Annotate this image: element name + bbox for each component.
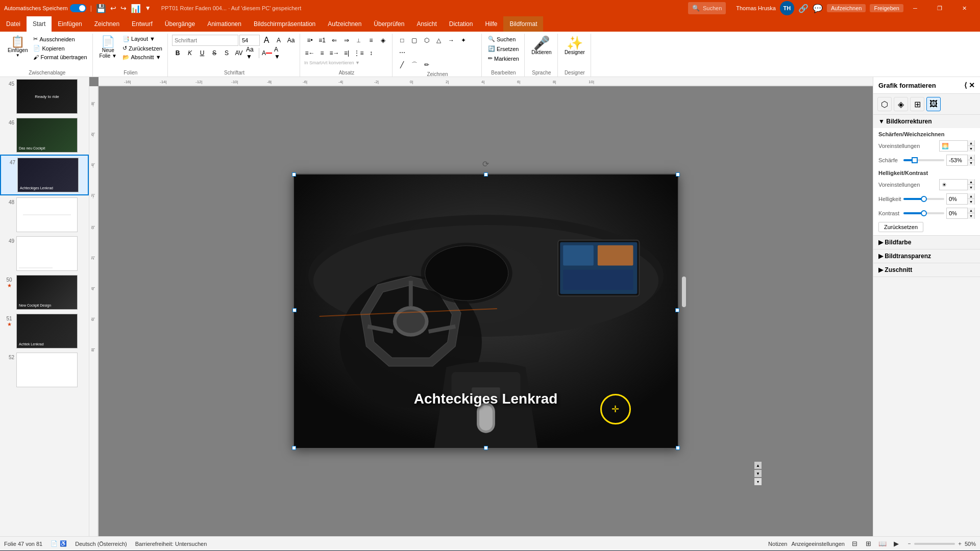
font-color-button[interactable]: A [261, 47, 273, 59]
markieren-button[interactable]: ✏ Markieren [486, 54, 521, 63]
zoom-slider[interactable] [914, 543, 955, 545]
smartart-button[interactable]: ◈ [378, 35, 389, 46]
present-btn[interactable]: Aufzeichnen [827, 4, 866, 12]
handle-bottom-right[interactable] [676, 446, 680, 450]
indent-decrease-button[interactable]: ⇐ [329, 35, 340, 46]
autosave-pill[interactable] [70, 4, 86, 12]
slide-item-45[interactable]: 45 Ready to ride [0, 77, 89, 116]
font-clear[interactable]: Aa [285, 35, 297, 46]
redo-icon[interactable]: ↪ [120, 4, 127, 12]
tab-bildformat[interactable]: Bildformat [503, 16, 543, 32]
align-right-button[interactable]: ≡→ [329, 47, 340, 59]
format-uebertragen-button[interactable]: 🖌 Format übertragen [31, 53, 89, 61]
tab-entwurf[interactable]: Entwurf [126, 16, 159, 32]
slide-sorter-btn[interactable]: ⊞ [863, 538, 875, 550]
rounded-rect-shape[interactable]: ▢ [409, 35, 420, 46]
text-direction-button[interactable]: ⟂ [353, 35, 364, 46]
dropdown-arrows-1[interactable]: ▲ ▼ [967, 140, 974, 152]
minimize-button[interactable]: ─ [903, 0, 927, 16]
zoom-minus-btn[interactable]: － [906, 540, 912, 547]
close-button[interactable]: ✕ [952, 0, 976, 16]
underline-button[interactable]: U [197, 47, 208, 59]
helligkeit-down[interactable]: ▼ [967, 199, 974, 205]
kopieren-button[interactable]: 📄 Kopieren [31, 44, 89, 53]
kontrast-thumb[interactable] [921, 210, 927, 216]
kontrast-arrows[interactable]: ▲ ▼ [967, 208, 974, 219]
bildkorrekturen-header[interactable]: ▼ Bildkorrekturen [873, 115, 980, 128]
shadow-button[interactable]: S [221, 47, 232, 59]
bildtransparenz-header[interactable]: ▶ Bildtransparenz [873, 249, 980, 263]
char-spacing-button[interactable]: AV [233, 47, 244, 59]
handle-left-mid[interactable] [292, 308, 297, 312]
tab-zeichnen[interactable]: Zeichnen [88, 16, 126, 32]
comments-icon[interactable]: 💬 [813, 4, 823, 13]
draw-line[interactable]: ╱ [397, 59, 408, 70]
undo-icon[interactable]: ↩ [110, 4, 116, 12]
slide-item-48[interactable]: 48 [0, 195, 89, 234]
cursor-circle[interactable]: ✛ [600, 394, 631, 424]
schaerfe-arrows[interactable]: ▲ ▼ [967, 155, 974, 166]
share-icon[interactable]: 🔗 [798, 4, 808, 13]
font-name-input[interactable] [172, 35, 238, 46]
indent-increase-button[interactable]: ⇒ [341, 35, 352, 46]
panel-icon-image[interactable]: 🖼 [926, 97, 941, 111]
scroll-up-btn[interactable]: ▲ [754, 462, 762, 469]
slide-item-47[interactable]: 47 Achteckiges Lenkrad [0, 155, 89, 195]
designer-button[interactable]: ✨ Designer [562, 35, 587, 57]
kontrast-slider[interactable] [903, 212, 944, 214]
tab-bildschirm[interactable]: Bildschirmpräsentation [248, 16, 322, 32]
notes-btn[interactable]: Notizen [768, 541, 787, 547]
helligkeit-value-box[interactable]: 0% ▲ ▼ [946, 193, 975, 205]
star-shape[interactable]: ✦ [458, 35, 469, 46]
arrow-up-2[interactable]: ▲ [967, 179, 974, 185]
search-box[interactable]: 🔍 Suchen [688, 2, 726, 14]
helligkeit-arrows[interactable]: ▲ ▼ [967, 193, 974, 205]
schaerfe-up[interactable]: ▲ [967, 155, 974, 160]
handle-top-right[interactable] [676, 172, 680, 177]
italic-button[interactable]: K [184, 47, 195, 59]
scroll-indicator[interactable] [682, 277, 686, 307]
font-size-decrease[interactable]: A [273, 35, 284, 46]
share-btn[interactable]: Freigeben [870, 4, 903, 12]
scroll-down-btn[interactable]: ▼ [754, 470, 762, 477]
arrow-up-1[interactable]: ▲ [967, 140, 974, 146]
handle-bottom-mid[interactable] [484, 446, 488, 450]
user-avatar[interactable]: TH [780, 1, 794, 15]
tab-dictation[interactable]: Dictation [443, 16, 479, 32]
helligkeit-thumb[interactable] [921, 196, 927, 202]
normal-view-btn[interactable]: ⊟ [849, 538, 861, 550]
tab-einfuegen[interactable]: Einfügen [52, 16, 88, 32]
kontrast-value-box[interactable]: 0% ▲ ▼ [946, 208, 975, 219]
rect-shape[interactable]: □ [397, 35, 408, 46]
einfuegen-button[interactable]: 📋 Einfügen ▼ [5, 35, 30, 59]
bold-button[interactable]: B [172, 47, 183, 59]
zuschnitt-header[interactable]: ▶ Zuschnitt [873, 263, 980, 277]
handle-top-mid[interactable] [484, 172, 488, 177]
neue-folie-button[interactable]: 📄 Neue Folie ▼ [97, 35, 119, 60]
zoom-plus-btn[interactable]: ＋ [957, 540, 963, 547]
abschnitt-button[interactable]: 📂 Abschnitt ▼ [120, 53, 164, 62]
align-center-button[interactable]: ≡ [316, 47, 328, 59]
bildfarbe-header[interactable]: ▶ Bildfarbe [873, 236, 980, 249]
schaerfe-slider[interactable] [903, 159, 944, 161]
diktieren-button[interactable]: 🎤 Diktieren [529, 35, 554, 57]
strikethrough-button[interactable]: S [209, 47, 220, 59]
font-size-input[interactable] [239, 35, 260, 46]
tab-ueberpruefen[interactable]: Überprüfen [368, 16, 410, 32]
quick-access-more[interactable]: ▼ [145, 5, 151, 12]
kontrast-up[interactable]: ▲ [967, 208, 974, 213]
schaerfe-down[interactable]: ▼ [967, 160, 974, 166]
tab-aufzeichnen[interactable]: Aufzeichnen [322, 16, 368, 32]
highlight-button[interactable]: A ▼ [274, 47, 285, 59]
helligkeit-slider[interactable] [903, 198, 944, 200]
list-number-button[interactable]: ≡1 [316, 35, 328, 46]
handle-right-mid[interactable] [675, 308, 679, 312]
arrow-shape[interactable]: → [446, 35, 457, 46]
tab-start[interactable]: Start [27, 16, 52, 32]
tab-ansicht[interactable]: Ansicht [410, 16, 443, 32]
panel-icon-layout[interactable]: ⊞ [910, 97, 924, 111]
voreinstellungen-dropdown-1[interactable]: 🌅 ▲ ▼ [939, 140, 975, 152]
slide-item-52[interactable]: 52 [0, 350, 89, 389]
panel-icon-shape[interactable]: ⬡ [877, 97, 892, 111]
list-bullet-button[interactable]: ≡• [304, 35, 315, 46]
